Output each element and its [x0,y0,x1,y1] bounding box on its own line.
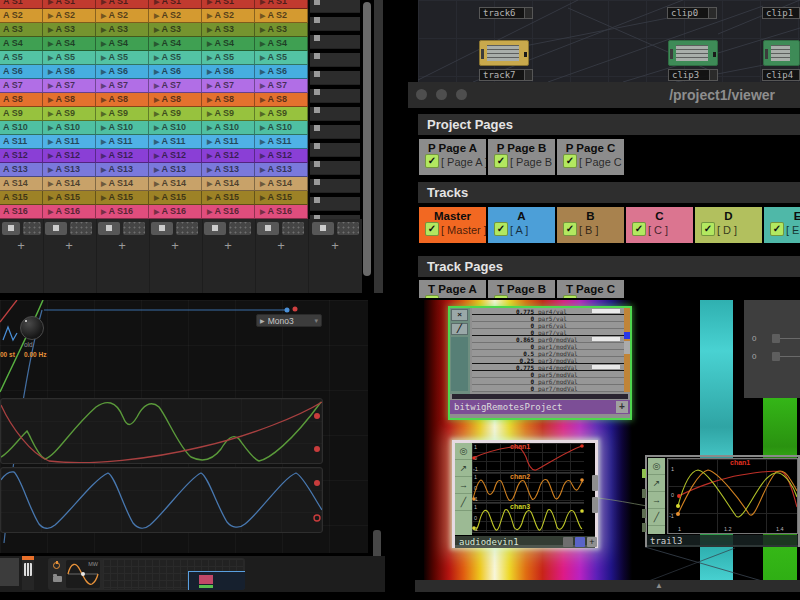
plus-icon[interactable]: + [616,401,628,413]
param-value[interactable]: 0 [752,334,756,343]
clip-cell[interactable]: A S12 [0,149,43,163]
remotes-table[interactable]: 0.775par4/val0par5/val0par6/val0par7/val… [472,308,624,392]
clip-options-button[interactable] [176,222,198,235]
clip-cell[interactable]: A S14 [0,177,43,191]
input-connector[interactable] [642,523,646,532]
checkbox[interactable]: ✓ [425,295,439,298]
panel-button[interactable]: D✓[ D ] [695,207,762,243]
curve-panel-2[interactable] [0,467,323,533]
vertical-scrollbar[interactable] [363,2,371,276]
clip-cell[interactable]: ▶A S14 [255,177,308,191]
node-collapse-icon[interactable] [524,8,532,18]
clip-cell[interactable]: ▶A S7 [202,79,255,93]
clip-cell[interactable]: ▶A S13 [149,163,202,177]
slider-handle[interactable] [772,352,780,361]
add-clip-button[interactable]: + [328,239,342,253]
brush-icon[interactable]: ╱ [451,323,468,335]
checkbox[interactable]: ✓ [632,222,646,236]
clip-cell[interactable]: ▶A S3 [96,23,149,37]
panel-button[interactable]: Master✓[ Master ] [419,207,486,243]
clip-lane[interactable] [103,559,243,589]
viewer-flag-icon[interactable]: ◎ [648,458,665,475]
clip-cell[interactable]: ▶A S1 [149,0,202,9]
pattern-clip[interactable] [188,571,245,590]
lfo-display[interactable]: MW [66,560,100,588]
clip-cell[interactable]: ▶A S10 [202,121,255,135]
clip-cell[interactable]: A S13 [0,163,43,177]
export-flag-icon[interactable]: → [455,477,472,494]
clip-cell[interactable]: ▶A S1 [255,0,308,9]
clip-cell[interactable]: ▶A S15 [202,191,255,205]
table-row[interactable]: 0.5par2/modVal [472,350,624,357]
clip-cell[interactable]: ▶A S1 [96,0,149,9]
clip-cell[interactable]: ▶A S8 [255,93,308,107]
clip-cell[interactable]: ▶A S5 [43,51,96,65]
scene-stop-cell[interactable] [310,179,360,193]
clip-cell[interactable]: ▶A S11 [43,135,96,149]
clip-cell[interactable]: ▶A S15 [96,191,149,205]
node-collapse-icon[interactable] [524,70,532,80]
clip-cell[interactable]: ▶A S8 [43,93,96,107]
clip-cell[interactable]: ▶A S4 [202,37,255,51]
node-label[interactable]: clip0 [667,7,717,19]
add-clip-button[interactable]: + [274,239,288,253]
clip-cell[interactable]: ▶A S12 [43,149,96,163]
input-connector[interactable] [642,469,646,478]
clip-cell[interactable]: ▶A S16 [255,205,308,219]
track-node[interactable] [479,40,529,66]
clip-options-button[interactable] [337,222,359,235]
clip-cell[interactable]: ▶A S15 [43,191,96,205]
scene-stop-cell[interactable] [310,107,360,121]
scene-stop-cell[interactable] [310,89,360,103]
table-row[interactable]: 0.865par0/modVal [472,336,624,343]
panel-button[interactable]: P Page A✓[ Page A ] [419,139,486,175]
checkbox[interactable]: ✓ [494,222,508,236]
checkbox[interactable]: ✓ [701,222,715,236]
clip-cell[interactable]: ▶A S15 [149,191,202,205]
param-value[interactable]: 0 [752,352,756,361]
node-label[interactable]: track6 [479,7,533,19]
table-row[interactable]: 0par7/val [472,329,624,336]
node-name[interactable]: audiodevin1 [455,536,595,548]
clip-cell[interactable]: ▶A S6 [255,65,308,79]
node-button[interactable] [563,537,573,547]
checkbox[interactable]: ✓ [770,222,784,236]
clip-cell[interactable]: A S10 [0,121,43,135]
clip-node[interactable] [668,40,718,66]
clip-cell[interactable]: ▶A S15 [255,191,308,205]
table-row[interactable]: 0.775par4/val [472,308,624,315]
mono3-dropdown[interactable]: ▶ Mono3 ▾ [256,314,322,327]
power-icon[interactable] [53,562,60,569]
clip-cell[interactable]: ▶A S5 [255,51,308,65]
add-clip-button[interactable]: + [221,239,235,253]
clip-cell[interactable]: ▶A S8 [202,93,255,107]
panel-button[interactable]: A✓[ A ] [488,207,555,243]
checkbox[interactable]: ✓ [563,154,577,168]
panel-button[interactable]: B✓[ B ] [557,207,624,243]
viewer-flag-icon[interactable]: ◎ [455,443,472,460]
scene-stop-cell[interactable] [310,161,360,175]
track-header[interactable] [0,558,19,586]
clip-cell[interactable]: ▶A S2 [149,9,202,23]
checkbox[interactable]: ✓ [494,295,508,298]
clip-cell[interactable]: ▶A S9 [255,107,308,121]
clip-cell[interactable]: A S5 [0,51,43,65]
clip-cell[interactable]: A S16 [0,205,43,219]
stop-button[interactable] [204,222,226,235]
keyboard-track[interactable] [22,556,34,590]
node-name[interactable]: trail3 [647,535,798,547]
node-collapse-icon[interactable] [708,8,716,18]
node-label[interactable]: clip3 [668,69,718,81]
window-dot-icon[interactable] [436,89,447,100]
table-row[interactable]: 0par5/val [472,315,624,322]
clip-cell[interactable]: A S6 [0,65,43,79]
clip-node[interactable] [763,40,800,66]
clip-cell[interactable]: ▶A S2 [202,9,255,23]
clip-cell[interactable]: ▶A S5 [202,51,255,65]
clip-cell[interactable]: ▶A S1 [202,0,255,9]
node-resize-handle[interactable] [592,475,598,491]
panel-button[interactable]: E✓[ E [764,207,800,243]
node-network[interactable]: track6 track7 clip0 clip3 clip1 clip4 [418,0,800,82]
add-clip-button[interactable]: + [62,239,76,253]
scene-stop-cell[interactable] [310,71,360,85]
